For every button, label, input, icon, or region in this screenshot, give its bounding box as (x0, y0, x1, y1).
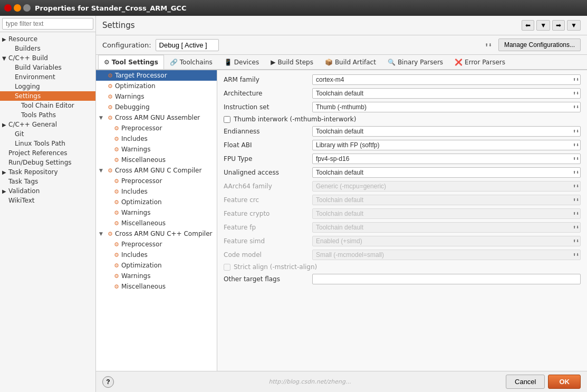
tree-item-debugging[interactable]: ⚙Debugging (96, 102, 217, 112)
tree-item-cc-miscellaneous[interactable]: ⚙Miscellaneous (96, 218, 217, 228)
sidebar-item-run-debug-settings[interactable]: Run/Debug Settings (0, 158, 95, 167)
sidebar-item-label: Linux Tools Path (15, 140, 93, 147)
sidebar-tree: ▶ResourceBuilders▼C/C++ BuildBuild Varia… (0, 32, 95, 392)
sidebar-item-linux-tools-path[interactable]: Linux Tools Path (0, 139, 95, 148)
sidebar-item-settings[interactable]: Settings (0, 91, 95, 101)
config-bar: Configuration: Debug [ Active ] Manage C… (96, 35, 587, 55)
setting-select-architecture[interactable]: Toolchain default (312, 88, 581, 99)
setting-input-other-target-flags[interactable] (312, 274, 581, 284)
tree-item-cpp-warnings[interactable]: ⚙Warnings (96, 271, 217, 281)
sidebar-item-tool-chain-editor[interactable]: Tool Chain Editor (0, 101, 95, 110)
setting-row-arm-family: ARM familycortex-m4 (224, 74, 581, 85)
tree-item-target-processor[interactable]: ⚙Target Processor (96, 70, 217, 81)
sidebar-item-logging[interactable]: Logging (0, 82, 95, 91)
filter-input[interactable] (2, 18, 93, 30)
tp-icon-cc-optimization: ⚙ (114, 199, 119, 206)
sidebar-item-tools-paths[interactable]: Tools Paths (0, 110, 95, 120)
tree-item-cc-preprocessor[interactable]: ⚙Preprocessor (96, 176, 217, 186)
tab-tool-settings[interactable]: ⚙Tool Settings (98, 55, 164, 70)
sidebar-item-label: Logging (15, 83, 93, 90)
arrow-icon: ▶ (2, 36, 8, 42)
tab-build-steps[interactable]: ▶Build Steps (265, 55, 319, 69)
tree-item-cc-optimization[interactable]: ⚙Optimization (96, 197, 217, 207)
setting-select-instruction-set[interactable]: Thumb (-mthumb) (312, 102, 581, 112)
help-button[interactable]: ? (102, 376, 114, 388)
window-controls[interactable] (4, 4, 31, 12)
setting-label-instruction-set: Instruction set (224, 103, 308, 111)
tp-icon-cpp-preprocessor: ⚙ (114, 241, 119, 248)
tree-item-cpp-optimization[interactable]: ⚙Optimization (96, 260, 217, 271)
config-select[interactable]: Debug [ Active ] (156, 39, 219, 51)
tree-item-cc-warnings[interactable]: ⚙Warnings (96, 207, 217, 218)
minimize-button[interactable] (14, 4, 21, 12)
setting-label-code-model: Code model (224, 251, 308, 259)
nav-forward-button[interactable]: ➡ (552, 20, 565, 31)
tree-item-cc-includes[interactable]: ⚙Includes (96, 186, 217, 197)
tp-arrow-cross-arm-gnu-assembler: ▼ (99, 115, 105, 120)
tp-icon-cc-includes: ⚙ (114, 188, 119, 195)
sidebar-item-wikitext[interactable]: WikiText (0, 196, 95, 205)
sidebar-item-git[interactable]: Git (0, 129, 95, 139)
setting-select-float-abi[interactable]: Library with FP (softfp) (312, 140, 581, 150)
nav-dropdown-button[interactable]: ▼ (536, 20, 550, 31)
tree-item-warnings[interactable]: ⚙Warnings (96, 91, 217, 102)
cancel-button[interactable]: Cancel (506, 375, 545, 389)
sidebar-item-resource[interactable]: ▶Resource (0, 34, 95, 44)
tab-error-parsers[interactable]: ❌Error Parsers (449, 55, 511, 69)
sidebar-item-task-tags[interactable]: Task Tags (0, 177, 95, 186)
nav-back-button[interactable]: ⬅ (522, 20, 534, 31)
sidebar-item-cpp-build[interactable]: ▼C/C++ Build (0, 53, 95, 63)
tp-label-cpp-includes: Includes (121, 251, 148, 259)
setting-select-aarch64-family: Generic (-mcpu=generic) (312, 181, 581, 192)
tab-devices[interactable]: 📱Devices (218, 55, 265, 69)
tp-arrow-cross-arm-gnu-cpp-compiler: ▼ (99, 231, 105, 236)
tree-item-optimization[interactable]: ⚙Optimization (96, 81, 217, 91)
setting-row-fpu-type: FPU Typefpv4-sp-d16 (224, 154, 581, 164)
setting-select-unaligned-access[interactable]: Toolchain default (312, 167, 581, 178)
tab-binary-parsers[interactable]: 🔍Binary Parsers (382, 55, 449, 69)
setting-label-feature-fp: Feature fp (224, 224, 308, 231)
tree-item-cross-arm-gnu-cpp-compiler[interactable]: ▼⚙Cross ARM GNU C++ Compiler (96, 228, 217, 239)
tree-item-cross-arm-gnu-assembler[interactable]: ▼⚙Cross ARM GNU Assembler (96, 112, 217, 123)
setting-label-arm-family: ARM family (224, 76, 308, 83)
tree-item-cross-arm-gnu-c-compiler[interactable]: ▼⚙Cross ARM GNU C Compiler (96, 165, 217, 176)
tp-label-cc-includes: Includes (121, 188, 148, 195)
setting-checkbox-wrap-strict-align: Strict align (-mstrict-align) (224, 263, 317, 271)
tree-item-asm-includes[interactable]: ⚙Includes (96, 133, 217, 144)
setting-value-wrap-aarch64-family: Generic (-mcpu=generic) (312, 181, 581, 192)
tabs-bar: ⚙Tool Settings🔗Toolchains📱Devices▶Build … (96, 55, 587, 70)
tree-item-cpp-preprocessor[interactable]: ⚙Preprocessor (96, 239, 217, 250)
sidebar-item-cpp-general[interactable]: ▶C/C++ General (0, 120, 95, 129)
setting-checkbox-thumb-interwork[interactable] (224, 116, 230, 123)
setting-row-unaligned-access: Unaligned accessToolchain default (224, 167, 581, 178)
manage-configurations-button[interactable]: Manage Configurations... (498, 39, 581, 51)
nav-forward-dropdown-button[interactable]: ▼ (567, 20, 581, 31)
tree-item-cpp-miscellaneous[interactable]: ⚙Miscellaneous (96, 281, 217, 292)
ok-button[interactable]: OK (548, 375, 581, 389)
sidebar-item-project-references[interactable]: Project References (0, 148, 95, 158)
tp-label-cpp-optimization: Optimization (121, 262, 162, 269)
tree-item-asm-preprocessor[interactable]: ⚙Preprocessor (96, 123, 217, 133)
sidebar-item-validation[interactable]: ▶Validation (0, 186, 95, 196)
tree-item-cpp-includes[interactable]: ⚙Includes (96, 250, 217, 260)
setting-select-endianness[interactable]: Toolchain default (312, 126, 581, 137)
filter-box (0, 16, 95, 32)
sidebar-item-build-variables[interactable]: Build Variables (0, 63, 95, 72)
maximize-button[interactable] (23, 4, 31, 12)
tp-label-cpp-preprocessor: Preprocessor (121, 241, 162, 248)
tab-toolchains[interactable]: 🔗Toolchains (164, 55, 218, 69)
tree-item-asm-warnings[interactable]: ⚙Warnings (96, 144, 217, 155)
setting-value-wrap-feature-simd: Enabled (+simd) (312, 236, 581, 246)
sidebar-item-builders[interactable]: Builders (0, 44, 95, 53)
tp-icon-cpp-optimization: ⚙ (114, 262, 119, 269)
setting-select-arm-family[interactable]: cortex-m4 (312, 74, 581, 85)
header-nav-buttons: ⬅ ▼ ➡ ▼ (522, 20, 581, 31)
sidebar-item-environment[interactable]: Environment (0, 72, 95, 82)
sidebar-item-task-repository[interactable]: ▶Task Repository (0, 167, 95, 177)
page-title: Settings (102, 21, 135, 30)
close-button[interactable] (4, 4, 12, 12)
tree-item-asm-miscellaneous[interactable]: ⚙Miscellaneous (96, 155, 217, 165)
setting-select-fpu-type[interactable]: fpv4-sp-d16 (312, 154, 581, 164)
setting-value-wrap-unaligned-access: Toolchain default (312, 167, 581, 178)
tab-build-artifact[interactable]: 📦Build Artifact (319, 55, 382, 69)
